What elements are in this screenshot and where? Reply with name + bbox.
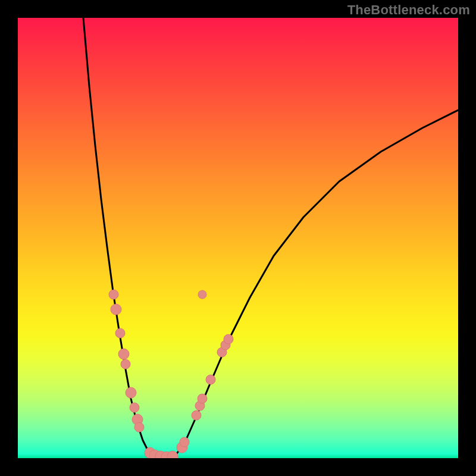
chart-svg [18,18,458,458]
data-marker [111,304,121,315]
data-marker [109,290,118,299]
data-marker [206,375,215,384]
data-marker [180,437,189,447]
data-marker [198,394,207,403]
data-marker [198,290,206,299]
data-marker [130,403,139,412]
data-marker [134,422,144,432]
data-marker [192,411,201,420]
bottleneck-curve [83,18,458,458]
data-marker [224,334,233,344]
data-marker [115,328,125,338]
watermark-text: TheBottleneck.com [347,2,470,18]
series-group [83,18,458,458]
data-marker [118,349,129,359]
plot-area [18,18,458,458]
data-marker [126,387,136,398]
chart-frame: TheBottleneck.com [0,0,476,476]
data-marker [121,359,130,369]
